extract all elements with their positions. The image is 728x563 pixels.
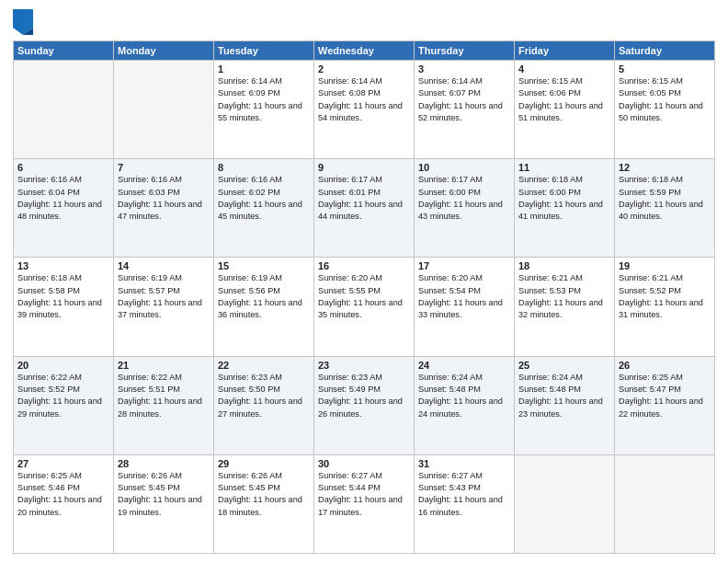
day-info: Sunrise: 6:20 AMSunset: 5:55 PMDaylight:…	[318, 272, 410, 321]
day-info: Sunrise: 6:14 AMSunset: 6:09 PMDaylight:…	[218, 75, 310, 124]
calendar-day-cell: 10Sunrise: 6:17 AMSunset: 6:00 PMDayligh…	[415, 159, 515, 258]
calendar-day-cell: 27Sunrise: 6:25 AMSunset: 5:46 PMDayligh…	[14, 454, 114, 553]
calendar-table: SundayMondayTuesdayWednesdayThursdayFrid…	[13, 40, 715, 554]
weekday-header: Monday	[114, 41, 214, 61]
day-number: 12	[619, 162, 711, 173]
day-info: Sunrise: 6:23 AMSunset: 5:49 PMDaylight:…	[318, 372, 410, 420]
day-info: Sunrise: 6:27 AMSunset: 5:43 PMDaylight:…	[418, 470, 510, 519]
day-number: 7	[118, 162, 210, 173]
calendar-week-row: 6Sunrise: 6:16 AMSunset: 6:04 PMDaylight…	[14, 159, 715, 258]
day-info: Sunrise: 6:18 AMSunset: 5:58 PMDaylight:…	[17, 272, 109, 321]
day-number: 29	[218, 458, 310, 469]
calendar-day-cell: 9Sunrise: 6:17 AMSunset: 6:01 PMDaylight…	[314, 159, 415, 258]
day-number: 11	[518, 162, 610, 173]
day-number: 1	[218, 63, 310, 75]
calendar-day-cell: 24Sunrise: 6:24 AMSunset: 5:48 PMDayligh…	[415, 356, 515, 454]
calendar-day-cell	[114, 61, 214, 159]
day-info: Sunrise: 6:18 AMSunset: 6:00 PMDaylight:…	[518, 174, 610, 223]
calendar-day-cell: 1Sunrise: 6:14 AMSunset: 6:09 PMDaylight…	[214, 61, 314, 159]
day-number: 21	[118, 360, 210, 371]
day-number: 2	[318, 63, 410, 75]
day-number: 23	[318, 360, 410, 371]
day-number: 4	[518, 63, 610, 75]
calendar-day-cell: 12Sunrise: 6:18 AMSunset: 5:59 PMDayligh…	[615, 159, 715, 258]
day-info: Sunrise: 6:17 AMSunset: 6:01 PMDaylight:…	[318, 174, 410, 223]
day-number: 16	[318, 260, 410, 271]
day-info: Sunrise: 6:21 AMSunset: 5:52 PMDaylight:…	[619, 272, 711, 321]
day-info: Sunrise: 6:16 AMSunset: 6:02 PMDaylight:…	[218, 174, 310, 223]
day-number: 22	[218, 360, 310, 371]
page: SundayMondayTuesdayWednesdayThursdayFrid…	[0, 0, 728, 563]
day-number: 30	[318, 458, 410, 469]
calendar-day-cell: 31Sunrise: 6:27 AMSunset: 5:43 PMDayligh…	[415, 454, 515, 553]
day-info: Sunrise: 6:26 AMSunset: 5:45 PMDaylight:…	[118, 470, 210, 519]
day-info: Sunrise: 6:14 AMSunset: 6:08 PMDaylight:…	[318, 75, 410, 124]
calendar-day-cell	[515, 454, 615, 553]
calendar-day-cell: 4Sunrise: 6:15 AMSunset: 6:06 PMDaylight…	[515, 61, 615, 159]
calendar-day-cell: 14Sunrise: 6:19 AMSunset: 5:57 PMDayligh…	[114, 258, 214, 356]
day-info: Sunrise: 6:21 AMSunset: 5:53 PMDaylight:…	[518, 272, 610, 321]
day-info: Sunrise: 6:22 AMSunset: 5:51 PMDaylight:…	[118, 372, 210, 420]
weekday-header: Wednesday	[314, 41, 415, 61]
logo	[13, 9, 36, 35]
day-number: 31	[418, 458, 510, 469]
day-number: 24	[418, 360, 510, 371]
day-number: 18	[518, 260, 610, 271]
calendar-day-cell: 25Sunrise: 6:24 AMSunset: 5:48 PMDayligh…	[515, 356, 615, 454]
day-info: Sunrise: 6:24 AMSunset: 5:48 PMDaylight:…	[418, 372, 510, 420]
calendar-week-row: 1Sunrise: 6:14 AMSunset: 6:09 PMDaylight…	[14, 61, 715, 159]
day-number: 13	[17, 260, 109, 271]
calendar-day-cell: 28Sunrise: 6:26 AMSunset: 5:45 PMDayligh…	[114, 454, 214, 553]
weekday-header: Thursday	[415, 41, 515, 61]
calendar-day-cell: 11Sunrise: 6:18 AMSunset: 6:00 PMDayligh…	[515, 159, 615, 258]
day-number: 3	[418, 63, 510, 75]
calendar-day-cell: 18Sunrise: 6:21 AMSunset: 5:53 PMDayligh…	[515, 258, 615, 356]
calendar-week-row: 27Sunrise: 6:25 AMSunset: 5:46 PMDayligh…	[14, 454, 715, 553]
day-info: Sunrise: 6:16 AMSunset: 6:03 PMDaylight:…	[118, 174, 210, 223]
calendar-day-cell	[14, 61, 114, 159]
day-number: 26	[619, 360, 711, 371]
day-info: Sunrise: 6:16 AMSunset: 6:04 PMDaylight:…	[17, 174, 109, 223]
day-info: Sunrise: 6:18 AMSunset: 5:59 PMDaylight:…	[619, 174, 711, 223]
calendar-day-cell: 8Sunrise: 6:16 AMSunset: 6:02 PMDaylight…	[214, 159, 314, 258]
day-info: Sunrise: 6:22 AMSunset: 5:52 PMDaylight:…	[17, 372, 109, 420]
day-info: Sunrise: 6:25 AMSunset: 5:47 PMDaylight:…	[619, 372, 711, 420]
calendar-day-cell: 19Sunrise: 6:21 AMSunset: 5:52 PMDayligh…	[615, 258, 715, 356]
calendar-day-cell	[615, 454, 715, 553]
calendar-day-cell: 17Sunrise: 6:20 AMSunset: 5:54 PMDayligh…	[415, 258, 515, 356]
day-info: Sunrise: 6:26 AMSunset: 5:45 PMDaylight:…	[218, 470, 310, 519]
day-info: Sunrise: 6:14 AMSunset: 6:07 PMDaylight:…	[418, 75, 510, 124]
day-info: Sunrise: 6:19 AMSunset: 5:57 PMDaylight:…	[118, 272, 210, 321]
day-number: 17	[418, 260, 510, 271]
day-number: 20	[17, 360, 109, 371]
day-number: 10	[418, 162, 510, 173]
calendar-day-cell: 22Sunrise: 6:23 AMSunset: 5:50 PMDayligh…	[214, 356, 314, 454]
calendar-day-cell: 23Sunrise: 6:23 AMSunset: 5:49 PMDayligh…	[314, 356, 415, 454]
logo-icon	[13, 9, 33, 35]
weekday-header: Tuesday	[214, 41, 314, 61]
day-number: 14	[118, 260, 210, 271]
day-number: 27	[17, 458, 109, 469]
calendar-week-row: 13Sunrise: 6:18 AMSunset: 5:58 PMDayligh…	[14, 258, 715, 356]
calendar-day-cell: 15Sunrise: 6:19 AMSunset: 5:56 PMDayligh…	[214, 258, 314, 356]
weekday-header: Sunday	[14, 41, 114, 61]
header	[13, 9, 715, 35]
calendar-day-cell: 26Sunrise: 6:25 AMSunset: 5:47 PMDayligh…	[615, 356, 715, 454]
weekday-header: Saturday	[615, 41, 715, 61]
calendar-day-cell: 7Sunrise: 6:16 AMSunset: 6:03 PMDaylight…	[114, 159, 214, 258]
calendar-day-cell: 5Sunrise: 6:15 AMSunset: 6:05 PMDaylight…	[615, 61, 715, 159]
day-number: 9	[318, 162, 410, 173]
day-info: Sunrise: 6:20 AMSunset: 5:54 PMDaylight:…	[418, 272, 510, 321]
day-info: Sunrise: 6:24 AMSunset: 5:48 PMDaylight:…	[518, 372, 610, 420]
calendar-day-cell: 29Sunrise: 6:26 AMSunset: 5:45 PMDayligh…	[214, 454, 314, 553]
calendar-day-cell: 3Sunrise: 6:14 AMSunset: 6:07 PMDaylight…	[415, 61, 515, 159]
day-info: Sunrise: 6:25 AMSunset: 5:46 PMDaylight:…	[17, 470, 109, 519]
day-number: 6	[17, 162, 109, 173]
calendar-day-cell: 6Sunrise: 6:16 AMSunset: 6:04 PMDaylight…	[14, 159, 114, 258]
day-info: Sunrise: 6:19 AMSunset: 5:56 PMDaylight:…	[218, 272, 310, 321]
day-number: 5	[619, 63, 711, 75]
day-info: Sunrise: 6:15 AMSunset: 6:05 PMDaylight:…	[619, 75, 711, 124]
calendar-day-cell: 20Sunrise: 6:22 AMSunset: 5:52 PMDayligh…	[14, 356, 114, 454]
day-info: Sunrise: 6:23 AMSunset: 5:50 PMDaylight:…	[218, 372, 310, 420]
day-info: Sunrise: 6:27 AMSunset: 5:44 PMDaylight:…	[318, 470, 410, 519]
